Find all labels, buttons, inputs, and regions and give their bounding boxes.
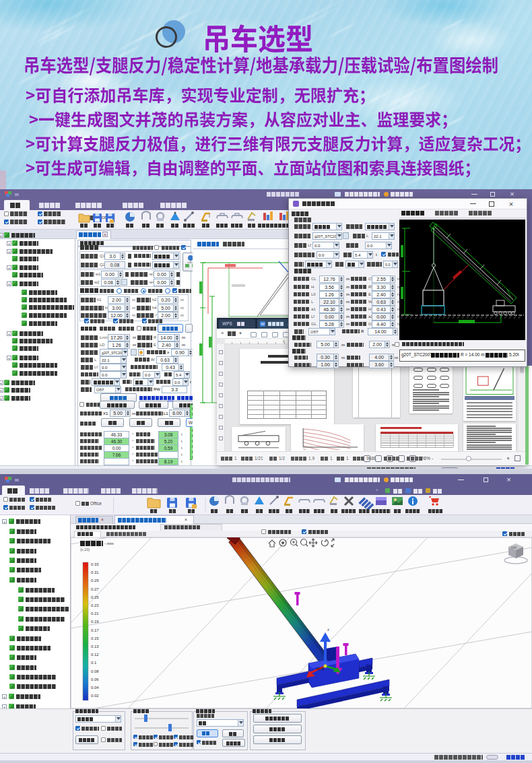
svg-text:(0,0): (0,0) — [317, 667, 324, 671]
svg-text:z: z — [327, 628, 329, 632]
